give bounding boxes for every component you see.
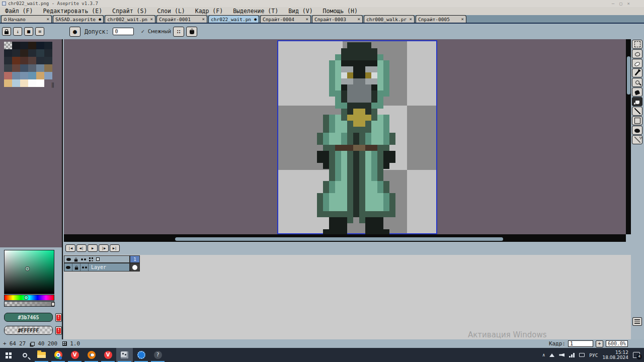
pixel-perfect-button[interactable]: ∷ xyxy=(173,27,184,37)
background-color-field[interactable]: #FFFFFF xyxy=(4,326,53,335)
palette-resize-handle[interactable]: ‖ xyxy=(51,82,54,87)
palette-swatch-6[interactable] xyxy=(4,49,12,57)
menu-item-8[interactable]: Помощь (H) xyxy=(318,8,363,15)
tab-Спрайт-0004[interactable]: Спрайт-0004× xyxy=(260,15,311,23)
tab-Начало[interactable]: ⌂Начало× xyxy=(1,15,52,23)
palette-swatch-19[interactable] xyxy=(12,64,20,72)
bucket-tool[interactable] xyxy=(632,97,642,106)
contour-tool[interactable] xyxy=(632,126,642,135)
network-icon[interactable] xyxy=(569,353,575,357)
tab-Спрайт-0001[interactable]: Спрайт-0001× xyxy=(156,15,207,23)
notification-icon[interactable]: 4 xyxy=(633,352,640,358)
palette-swatch-20[interactable] xyxy=(20,64,28,72)
play-button[interactable]: ▶ xyxy=(88,244,98,252)
tab-close-icon[interactable]: × xyxy=(150,17,153,22)
palette-swatch-22[interactable] xyxy=(36,64,44,72)
swatch-options-button[interactable]: ■ xyxy=(24,27,33,36)
tab-Спрайт-0003[interactable]: Спрайт-0003× xyxy=(312,15,363,23)
layer-row[interactable]: Layer xyxy=(64,263,130,272)
brush-type-button[interactable]: ● xyxy=(69,27,80,37)
palette-swatch-34[interactable] xyxy=(36,79,44,87)
palette-swatch-18[interactable] xyxy=(4,64,12,72)
tab-Спрайт-0005[interactable]: Спрайт-0005× xyxy=(416,15,466,23)
menu-item-1[interactable]: Файл (F) xyxy=(0,8,38,15)
palette-swatch-28[interactable] xyxy=(36,72,44,79)
frame-input[interactable] xyxy=(568,340,593,347)
taskbar-blue-app-icon[interactable] xyxy=(133,348,149,362)
palette-swatch-14[interactable] xyxy=(20,57,28,64)
cel-icon[interactable] xyxy=(96,257,100,261)
tab-close-icon[interactable]: × xyxy=(461,17,464,22)
sort-down-button[interactable]: ↓ xyxy=(13,27,22,36)
ink-button[interactable] xyxy=(186,27,197,37)
onion-skin-icon[interactable] xyxy=(81,258,83,260)
alpha-handle[interactable] xyxy=(51,302,55,306)
tab-close-icon[interactable]: × xyxy=(202,17,205,22)
contiguous-checkbox[interactable]: ✓ Смежный xyxy=(136,28,171,35)
palette-swatch-27[interactable] xyxy=(28,72,36,79)
taskbar-blender-icon[interactable] xyxy=(83,348,100,362)
maximize-button[interactable]: ▢ xyxy=(619,0,622,7)
palette-swatch-13[interactable] xyxy=(12,57,20,64)
canvas-viewport[interactable] xyxy=(64,39,626,234)
eraser-tool[interactable] xyxy=(632,59,642,68)
palette-swatch-17[interactable] xyxy=(44,57,52,64)
menu-item-3[interactable]: Спрайт (S) xyxy=(107,8,152,15)
palette-swatch-15[interactable] xyxy=(28,57,36,64)
vertical-scroll-thumb[interactable] xyxy=(627,56,630,95)
lock-button[interactable] xyxy=(2,27,11,36)
close-button[interactable]: × xyxy=(627,0,630,7)
palette-swatch-5[interactable] xyxy=(44,42,52,49)
hue-slider[interactable] xyxy=(4,295,54,301)
taskbar-explorer-icon[interactable] xyxy=(33,348,50,362)
taskbar-aseprite-icon[interactable] xyxy=(116,348,133,362)
spray-tool[interactable] xyxy=(632,135,642,144)
tray-chevron-icon[interactable]: ∧ xyxy=(542,352,545,357)
foreground-color-field[interactable]: #3b7465 xyxy=(4,313,53,322)
cel-cell[interactable] xyxy=(130,263,140,272)
keyboard-icon[interactable] xyxy=(579,353,585,357)
menu-item-4[interactable]: Слои (L) xyxy=(152,8,190,15)
language-indicator[interactable]: РУС xyxy=(589,352,598,358)
palette-swatch-23[interactable] xyxy=(44,64,52,72)
tab-close-icon[interactable]: × xyxy=(47,17,49,22)
palette-swatch-24[interactable] xyxy=(4,72,12,79)
palette-swatch-31[interactable] xyxy=(12,79,20,87)
lasso-tool[interactable] xyxy=(632,49,642,58)
palette-swatch-7[interactable] xyxy=(12,49,20,57)
taskbar-search-icon[interactable] xyxy=(17,348,33,362)
tab-chr002_wait.pn[interactable]: chr002_wait.pn× xyxy=(105,15,155,23)
taskbar-dark-app-icon[interactable]: ? xyxy=(149,348,166,362)
palette-swatch-30[interactable] xyxy=(4,79,12,87)
first-frame-button[interactable]: |◀ xyxy=(65,244,75,252)
taskbar-vivaldi-icon[interactable]: V xyxy=(66,348,83,362)
timeline-options-button[interactable] xyxy=(632,317,642,326)
frame-number-header[interactable]: 1 xyxy=(130,255,140,263)
zoom-tool[interactable] xyxy=(632,78,642,87)
add-frame-button[interactable]: + xyxy=(596,340,603,347)
layer-onion-icon[interactable] xyxy=(82,266,84,268)
lock-icon[interactable] xyxy=(74,259,77,261)
rect-tool[interactable] xyxy=(632,116,642,125)
hand-tool[interactable] xyxy=(632,87,642,97)
visibility-icon[interactable] xyxy=(66,258,71,261)
minimize-button[interactable]: — xyxy=(612,0,614,7)
palette-swatch-4[interactable] xyxy=(36,42,44,49)
tab-chr000_walk.pr[interactable]: chr000_walk.pr× xyxy=(364,15,415,23)
tab-SASAD.aseprite[interactable]: SASAD.aseprite● xyxy=(53,15,104,23)
eyedropper-tool[interactable] xyxy=(632,68,642,77)
sv-cursor[interactable] xyxy=(26,267,29,270)
horizontal-scroll-thumb[interactable] xyxy=(175,237,503,241)
marquee-tool[interactable] xyxy=(632,40,642,49)
prev-frame-button[interactable]: ◀| xyxy=(76,244,87,252)
taskbar-chrome-icon[interactable] xyxy=(50,348,66,362)
bg-warning-button[interactable]: ! xyxy=(55,326,62,335)
layer-lock-icon[interactable] xyxy=(74,267,77,269)
palette-swatch-25[interactable] xyxy=(12,72,20,79)
fg-warning-button[interactable]: ! xyxy=(55,313,62,322)
palette-swatch-11[interactable] xyxy=(44,49,52,57)
tab-chr022_wait.pn[interactable]: chr022_wait.pn● xyxy=(208,15,259,23)
tab-close-icon[interactable]: × xyxy=(306,17,308,22)
onedrive-icon[interactable] xyxy=(549,353,554,357)
tab-close-icon[interactable]: × xyxy=(358,17,360,22)
